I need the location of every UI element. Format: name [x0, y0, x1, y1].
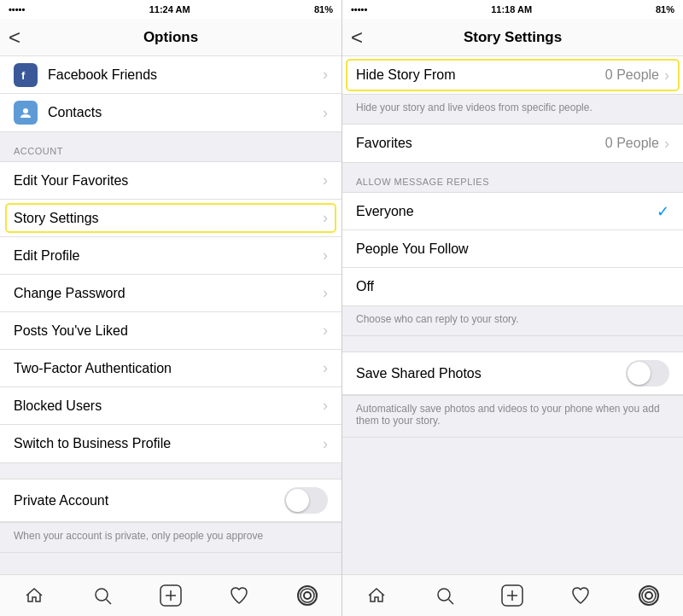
heart-icon [229, 585, 249, 606]
allow-replies-header: ALLOW MESSAGE REPLIES [342, 163, 683, 192]
save-shared-desc: Automatically save photos and videos to … [342, 396, 683, 438]
switch-business-item[interactable]: Switch to Business Profile › [0, 425, 342, 462]
right-panel: ••••• 11:18 AM 81% < Story Settings Hide… [342, 0, 683, 616]
private-account-group: Private Account [0, 479, 342, 523]
contacts-chevron: › [323, 104, 328, 122]
right-tab-add[interactable] [479, 575, 547, 616]
left-status-bar: ••••• 11:24 AM 81% [0, 0, 342, 19]
switch-business-chevron: › [323, 435, 328, 453]
posts-liked-label: Posts You've Liked [14, 323, 323, 339]
edit-favorites-item[interactable]: Edit Your Favorites › [0, 162, 342, 200]
favorites-group: Favorites 0 People › [342, 125, 683, 163]
blocked-users-label: Blocked Users [14, 398, 323, 414]
story-settings-item[interactable]: Story Settings › [0, 200, 342, 237]
reply-everyone-check: ✓ [657, 202, 669, 221]
contacts-item[interactable]: Contacts › [0, 94, 342, 131]
hide-story-item[interactable]: Hide Story From 0 People › [342, 56, 683, 94]
contacts-label: Contacts [48, 105, 323, 120]
change-password-item[interactable]: Change Password › [0, 275, 342, 312]
right-home-icon [366, 585, 387, 606]
left-tab-add[interactable] [137, 575, 205, 616]
left-battery: 81% [314, 4, 333, 15]
facebook-icon: f [14, 63, 38, 87]
save-shared-toggle-knob [628, 362, 651, 385]
right-add-icon [501, 584, 523, 607]
reply-everyone-label: Everyone [356, 204, 657, 219]
add-icon [160, 584, 182, 607]
hide-story-value: 0 People [605, 67, 659, 83]
private-account-toggle[interactable] [284, 487, 328, 514]
reply-follow-item[interactable]: People You Follow [342, 230, 683, 268]
right-nav-title: Story Settings [464, 29, 562, 46]
save-shared-toggle[interactable] [626, 360, 669, 386]
save-shared-item: Save Shared Photos [342, 352, 683, 395]
private-account-label: Private Account [14, 493, 284, 508]
hide-story-group: Hide Story From 0 People › [342, 56, 683, 95]
change-password-chevron: › [323, 284, 328, 302]
change-password-label: Change Password [14, 286, 323, 301]
right-camera-icon [638, 584, 660, 607]
switch-business-label: Switch to Business Profile [14, 436, 323, 451]
left-spacer-1 [0, 463, 342, 479]
reply-off-item[interactable]: Off [342, 268, 683, 305]
edit-profile-item[interactable]: Edit Profile › [0, 237, 342, 275]
save-shared-label: Save Shared Photos [356, 366, 626, 381]
left-panel: ••••• 11:24 AM 81% < Options f Facebook … [0, 0, 342, 616]
favorites-value: 0 People [605, 136, 659, 151]
svg-text:f: f [21, 69, 26, 82]
private-account-item: Private Account [0, 479, 342, 522]
blocked-users-chevron: › [323, 397, 328, 415]
svg-point-16 [645, 592, 652, 599]
left-tab-camera[interactable] [273, 575, 342, 616]
left-nav-title: Options [143, 29, 198, 46]
two-factor-item[interactable]: Two-Factor Authentication › [0, 350, 342, 387]
facebook-friends-item[interactable]: f Facebook Friends › [0, 56, 342, 94]
left-content: f Facebook Friends › Contacts › ACCOUNT … [0, 56, 342, 574]
left-time: 11:24 AM [149, 4, 190, 15]
svg-point-9 [301, 589, 314, 602]
reply-everyone-item[interactable]: Everyone ✓ [342, 193, 683, 230]
blocked-users-item[interactable]: Blocked Users › [0, 387, 342, 425]
reply-off-label: Off [356, 279, 669, 294]
favorites-item[interactable]: Favorites 0 People › [342, 125, 683, 162]
posts-liked-item[interactable]: Posts You've Liked › [0, 312, 342, 350]
right-tab-search[interactable] [411, 575, 479, 616]
hide-story-chevron: › [664, 67, 669, 84]
right-battery: 81% [656, 4, 674, 15]
right-content: Hide Story From 0 People › Hide your sto… [342, 56, 683, 574]
left-top-group: f Facebook Friends › Contacts › [0, 56, 342, 132]
svg-line-11 [448, 600, 453, 605]
facebook-friends-label: Facebook Friends [48, 67, 323, 83]
allow-replies-group: Everyone ✓ People You Follow Off [342, 192, 683, 306]
right-nav-bar: < Story Settings [342, 19, 683, 56]
right-time: 11:18 AM [491, 4, 532, 15]
left-tab-heart[interactable] [205, 575, 273, 616]
left-tab-bar [0, 574, 342, 616]
facebook-friends-chevron: › [323, 66, 328, 84]
right-tab-home[interactable] [342, 575, 411, 616]
right-tab-camera[interactable] [615, 575, 683, 616]
left-tab-home[interactable] [0, 575, 68, 616]
right-back-button[interactable]: < [351, 26, 363, 49]
edit-favorites-chevron: › [323, 171, 328, 189]
right-tab-heart[interactable] [546, 575, 615, 616]
left-signal-dots: ••••• [9, 4, 25, 15]
left-nav-bar: < Options [0, 19, 342, 56]
allow-replies-desc: Choose who can reply to your story. [342, 306, 683, 336]
posts-liked-chevron: › [323, 322, 328, 340]
story-settings-chevron: › [323, 209, 328, 227]
edit-profile-label: Edit Profile [14, 248, 323, 264]
favorites-label: Favorites [356, 136, 605, 151]
favorites-chevron: › [664, 135, 669, 153]
svg-point-10 [438, 589, 450, 601]
right-spacer-1 [342, 336, 683, 352]
left-tab-search[interactable] [68, 575, 137, 616]
two-factor-chevron: › [323, 359, 328, 377]
two-factor-label: Two-Factor Authentication [14, 361, 323, 376]
private-account-desc: When your account is private, only peopl… [0, 523, 342, 553]
right-tab-bar [342, 574, 683, 616]
left-back-button[interactable]: < [9, 26, 20, 49]
story-settings-label: Story Settings [14, 211, 323, 226]
svg-line-3 [107, 600, 112, 605]
svg-point-2 [96, 589, 108, 601]
